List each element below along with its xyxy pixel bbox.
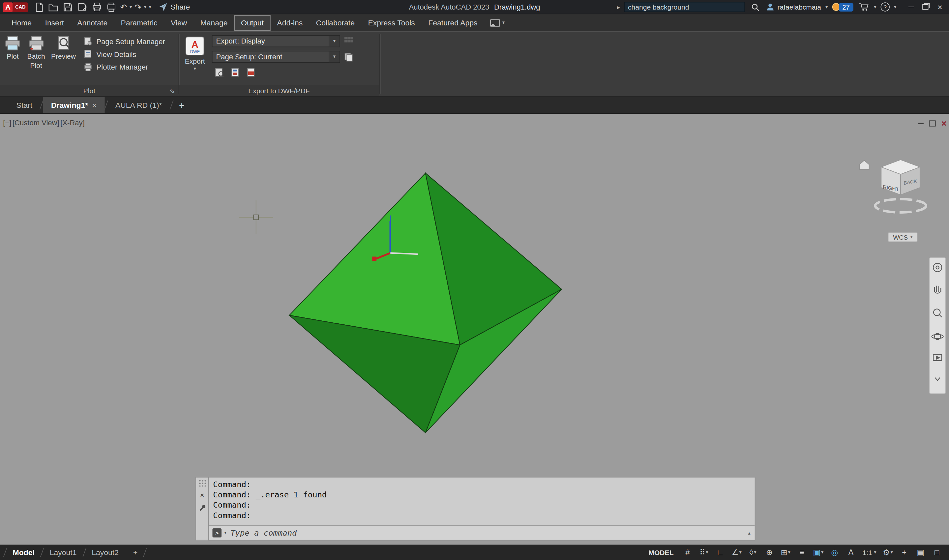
save-as-button[interactable] — [77, 1, 89, 13]
viewcube[interactable]: RIGHT BACK — [854, 151, 944, 218]
layout-tab-layout2[interactable]: Layout2 — [85, 545, 126, 560]
grip-dots-icon[interactable] — [198, 479, 206, 486]
showmotion-icon[interactable] — [933, 355, 942, 361]
navigation-bar[interactable] — [929, 257, 946, 394]
share-button[interactable]: Share — [158, 2, 190, 12]
graphics-performance-button[interactable]: ▤ — [914, 546, 928, 559]
batch-plot-button-quick[interactable] — [106, 1, 118, 13]
polar-tracking-toggle[interactable]: ∠▾ — [729, 546, 744, 559]
search-input[interactable] — [624, 2, 745, 12]
undo-button[interactable]: ↶ — [120, 3, 127, 11]
export-dwfx-icon[interactable] — [230, 68, 241, 77]
zoom-icon[interactable] — [934, 309, 942, 317]
object-snap-toggle[interactable]: ⊞▾ — [778, 546, 793, 559]
annotation-scale-button[interactable]: 1:1 ▾ — [860, 548, 879, 556]
plot-button[interactable]: Plot — [2, 33, 23, 63]
tab-annotate[interactable]: Annotate — [71, 15, 114, 31]
drawing-minimize-icon[interactable] — [918, 123, 924, 124]
model-space-indicator[interactable]: MODEL — [648, 548, 674, 556]
drawing-restore-icon[interactable] — [929, 120, 936, 126]
batch-plot-button[interactable]: Batch Plot — [25, 33, 47, 72]
tab-view[interactable]: View — [164, 15, 194, 31]
tab-home[interactable]: Home — [5, 15, 38, 31]
plotter-manager-button[interactable]: Plotter Manager — [84, 62, 165, 72]
tab-insert[interactable]: Insert — [38, 15, 71, 31]
drawing-close-icon[interactable]: × — [941, 118, 947, 128]
workspace-switching-button[interactable]: ⚙▾ — [881, 546, 895, 559]
new-layout-button[interactable]: + — [126, 545, 145, 560]
account-button[interactable]: rafaelabcmaia — [766, 2, 821, 12]
export-pdf-icon[interactable] — [246, 68, 257, 77]
combo-arrow-icon[interactable]: ▾ — [329, 35, 340, 46]
redo-button[interactable]: ↷ — [134, 3, 142, 11]
minimize-button[interactable] — [904, 1, 917, 13]
selection-cycling-toggle[interactable]: ▣▾ — [811, 546, 825, 559]
preview-button[interactable]: Preview — [49, 33, 77, 63]
viewcube-home-icon[interactable] — [859, 160, 869, 170]
view-details-button[interactable]: View Details — [84, 50, 165, 59]
close-button[interactable]: × — [933, 1, 946, 13]
layout-tab-layout1[interactable]: Layout1 — [43, 545, 84, 560]
viewport-visual-style-control[interactable]: [X-Ray] — [60, 118, 85, 127]
ortho-toggle[interactable]: ∟ — [713, 546, 728, 559]
page-setup-manager-button[interactable]: Page Setup Manager — [84, 37, 165, 46]
search-button[interactable] — [749, 1, 762, 13]
command-close-icon[interactable]: × — [200, 491, 205, 499]
drawing-canvas[interactable]: [−] [Custom View] [X-Ray] × RIGHT BACK W… — [0, 114, 949, 545]
tab-featured-apps[interactable]: Featured Apps — [421, 15, 484, 31]
navbar-more-caret-icon[interactable] — [935, 378, 940, 380]
viewcube-compass-ring[interactable] — [875, 199, 926, 212]
ribbon-display-options[interactable]: ▾ — [490, 19, 504, 26]
layout-tab-model[interactable]: Model — [6, 545, 42, 560]
save-button[interactable] — [62, 1, 74, 13]
ucs-x-grip[interactable] — [372, 257, 377, 261]
store-dropdown-caret[interactable]: ▾ — [874, 5, 876, 9]
tab-add-ins[interactable]: Add-ins — [270, 15, 309, 31]
snap-mode-toggle[interactable]: ⠿▾ — [697, 546, 711, 559]
export-display-combo[interactable]: Export: Display ▾ — [212, 35, 340, 47]
isolate-objects-button[interactable]: □ — [929, 546, 944, 559]
search-expand-arrow[interactable]: ▸ — [617, 4, 620, 10]
undo-dropdown-caret[interactable]: ▾ — [129, 5, 132, 9]
preview-dwf-icon[interactable] — [214, 68, 225, 77]
annotation-visibility-toggle[interactable]: A — [843, 546, 858, 559]
orbit-icon[interactable] — [932, 334, 943, 340]
file-tab-start[interactable]: Start — [9, 97, 40, 113]
customization-button[interactable]: + — [897, 546, 911, 559]
tab-output[interactable]: Output — [234, 15, 270, 31]
account-dropdown-caret[interactable]: ▾ — [825, 5, 828, 9]
viewport-view-control[interactable]: [Custom View] — [12, 118, 59, 127]
object-snap-tracking-toggle[interactable]: ⊕ — [762, 546, 777, 559]
isodraft-toggle[interactable]: ◊▾ — [746, 546, 760, 559]
copy-settings-icon[interactable] — [344, 52, 353, 62]
open-file-button[interactable] — [48, 1, 60, 13]
command-prompt-icon[interactable]: > — [212, 528, 221, 538]
restore-button[interactable] — [919, 1, 932, 13]
tab-collaborate[interactable]: Collaborate — [309, 15, 361, 31]
viewport-minus-control[interactable]: [−] — [3, 118, 11, 127]
dialog-launcher-icon[interactable]: ⇘ — [169, 87, 175, 95]
app-menu-button[interactable]: A CAD — [3, 2, 28, 12]
command-input[interactable] — [229, 528, 745, 538]
octahedron-solid[interactable] — [289, 173, 562, 433]
help-dropdown-caret[interactable]: ▾ — [894, 5, 896, 9]
pan-icon[interactable] — [935, 286, 941, 293]
redo-dropdown-caret[interactable]: ▾ — [144, 5, 146, 9]
export-button[interactable]: A DWF Export ▾ — [183, 33, 207, 83]
wcs-dropdown[interactable]: WCS ▾ — [888, 232, 917, 242]
file-tab-aula[interactable]: AULA RD (1)* — [108, 97, 170, 113]
new-file-button[interactable] — [33, 1, 45, 13]
qat-customize-caret[interactable]: ▾ — [149, 5, 151, 9]
tab-manage[interactable]: Manage — [194, 15, 234, 31]
wrench-icon[interactable] — [198, 504, 206, 512]
plot-button-quick[interactable] — [91, 1, 103, 13]
snap-cursor-toggle[interactable]: ◎ — [827, 546, 842, 559]
file-tab-close-icon[interactable]: × — [92, 101, 97, 109]
notifications-badge[interactable]: 27 — [832, 3, 854, 11]
tab-parametric[interactable]: Parametric — [114, 15, 164, 31]
plot-panel-title-bar[interactable]: Plot ⇘ — [0, 85, 178, 96]
grid-display-toggle[interactable]: # — [680, 546, 695, 559]
recent-commands-caret[interactable]: ▾ — [224, 530, 227, 535]
new-drawing-tab-button[interactable]: + — [173, 97, 191, 113]
navigation-wheel-icon[interactable] — [933, 263, 942, 272]
